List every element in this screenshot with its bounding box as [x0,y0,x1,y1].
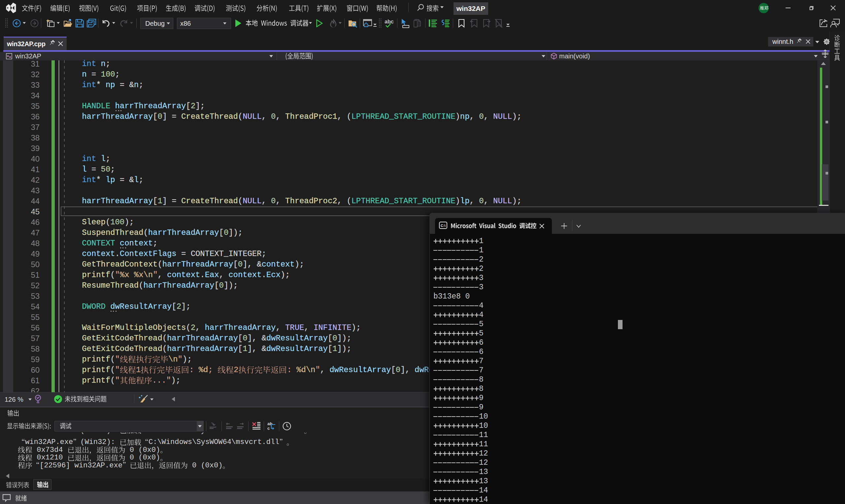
svg-text:c: c [267,426,270,431]
svg-text:C:\: C:\ [441,223,446,228]
